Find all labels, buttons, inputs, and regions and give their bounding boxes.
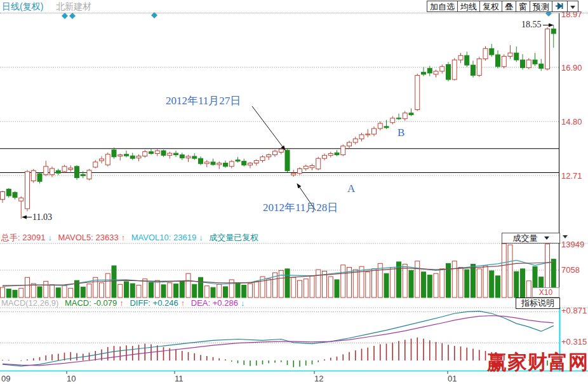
macd-value: MACD: -0.079 (65, 298, 117, 308)
volume-adjusted-note: 成交量已复权 (209, 233, 258, 242)
stock-chart-window: 日线(复权) 北新建材 加自选 均线 复权 叠 窗 预测 18.97 16.90… (0, 0, 588, 384)
indicator-help-button[interactable]: 指标说明 (516, 298, 560, 309)
chevron-down-icon (544, 237, 549, 240)
jump-to-latest-icon (555, 3, 565, 10)
add-favorite-button[interactable]: 加自选 (427, 1, 458, 12)
volume-header: 总手: 23091↓ MAVOL5: 23633↑ MAVOL10: 23619… (1, 232, 262, 243)
price-axis-label: 12.71 (561, 171, 582, 181)
time-axis-label: 11 (175, 374, 184, 383)
chevron-down-icon (570, 6, 575, 9)
volume-selector-label: 成交量 (513, 233, 538, 244)
forecast-button[interactable]: 预测 (530, 1, 552, 12)
chart-canvas (0, 0, 588, 384)
toolbar-dropdown-button[interactable] (567, 1, 578, 12)
macd-arrow-icon: ↑ (119, 298, 124, 308)
annotation-point-b: B (398, 127, 404, 139)
diff-value: DIFF: +0.246 (130, 298, 178, 308)
time-axis-label: 01 (448, 374, 457, 383)
toolbar: 加自选 均线 复权 叠 窗 预测 (427, 1, 578, 12)
mavol5-value: MAVOL5: 23633 (58, 233, 119, 242)
symbol-label: 北新建材 (56, 1, 91, 13)
macd-indicator-name: MACD(12,26,9) (1, 298, 58, 308)
mavol10-arrow-icon: ↓ (199, 233, 203, 242)
ma-lines-button[interactable]: 均线 (457, 1, 480, 12)
macd-header: MACD(12,26,9) MACD: -0.079↑ DIFF: +0.246… (1, 298, 248, 308)
diff-arrow-icon: ↑ (181, 298, 185, 308)
mavol10-value: MAVOL10: 23619 (131, 233, 196, 242)
chevron-down-icon (563, 235, 568, 238)
axis-gutter-dropdown[interactable] (563, 231, 568, 241)
jump-to-latest-button[interactable] (552, 1, 568, 12)
annotation-date-nov28: 2012年11月28日 (263, 200, 338, 215)
annotation-point-a: A (347, 182, 355, 195)
adjust-price-button[interactable]: 复权 (479, 1, 502, 12)
window-button[interactable]: 窗 (516, 1, 530, 12)
volume-multiplier-badge: X10 (532, 287, 559, 298)
macd-axis-label: +0.315 (561, 337, 587, 346)
volume-indicator-selector[interactable]: 成交量 (502, 233, 560, 243)
overlay-button[interactable]: 叠 (502, 1, 516, 12)
price-axis-label: 16.90 (561, 63, 582, 72)
time-axis-label: 10 (67, 374, 76, 383)
annotation-low-price: 11.03 (32, 212, 52, 223)
time-axis-label: 09 (1, 374, 10, 383)
time-axis-label: 12 (314, 374, 323, 383)
period-label[interactable]: 日线(复权) (2, 1, 43, 13)
annotation-high-price: 18.55 (521, 20, 542, 30)
volume-total-arrow-icon: ↓ (48, 233, 52, 242)
annotation-date-nov27: 2012年11月27日 (166, 93, 241, 108)
volume-axis-label: 13949 (561, 240, 584, 249)
mavol5-arrow-icon: ↑ (121, 233, 126, 242)
volume-total-lots: 总手: 23091 (1, 233, 45, 242)
volume-axis-label: 7058 (561, 265, 580, 275)
macd-axis-label: +0.871 (561, 306, 587, 315)
dea-value: DEA: +0.286 (191, 298, 238, 308)
price-axis-label: 14.80 (561, 117, 582, 127)
dea-arrow-icon: ↓ (241, 298, 245, 308)
site-watermark: 赢家财富网 (487, 349, 588, 376)
